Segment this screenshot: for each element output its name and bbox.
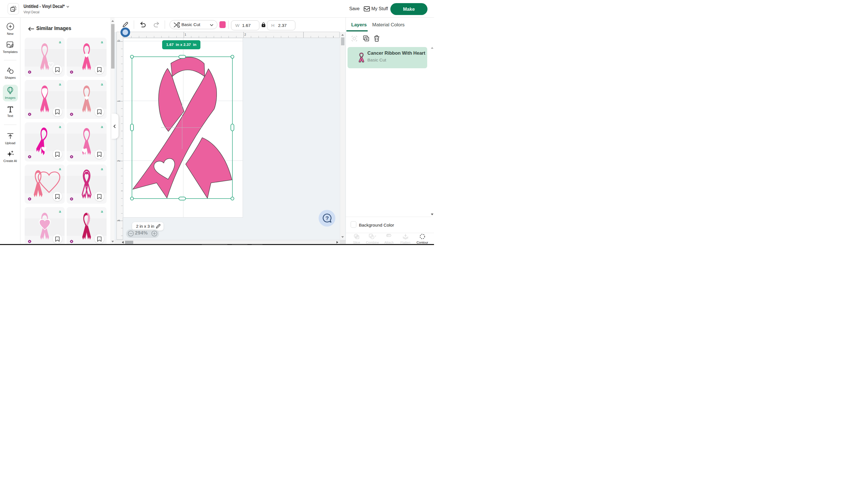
svg-text:?: ? [326,215,329,221]
